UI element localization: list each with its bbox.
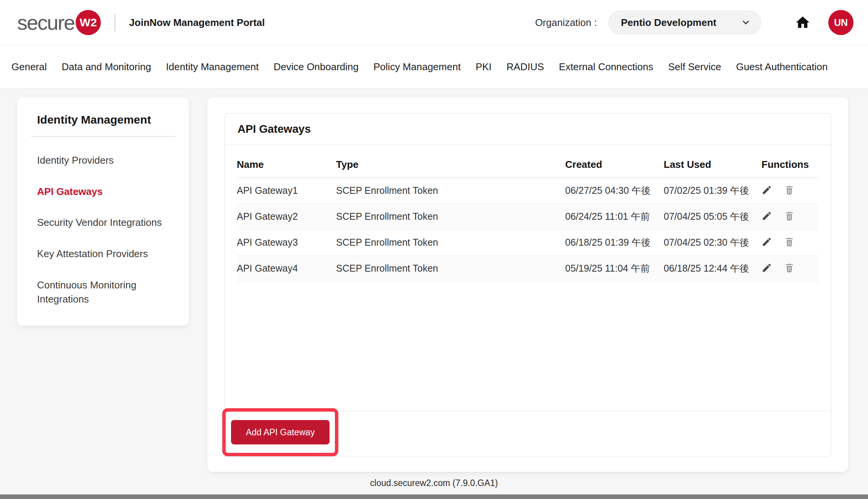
table-row: API Gateway2 SCEP Enrollment Token 06/24… bbox=[237, 204, 819, 230]
cell-functions bbox=[761, 256, 819, 282]
cell-last-used: 07/04/25 05:05 午後 bbox=[664, 204, 761, 230]
cell-functions bbox=[761, 230, 819, 256]
main-nav: General Data and Monitoring Identity Man… bbox=[0, 45, 868, 89]
home-icon[interactable] bbox=[795, 14, 811, 31]
cell-functions bbox=[761, 178, 819, 204]
cell-created: 06/18/25 01:39 午後 bbox=[565, 230, 664, 256]
cell-type: SCEP Enrollment Token bbox=[336, 256, 565, 282]
cell-last-used: 06/18/25 12:44 午後 bbox=[664, 256, 761, 282]
cell-last-used: 07/02/25 01:39 午後 bbox=[664, 178, 761, 204]
table-row: API Gateway1 SCEP Enrollment Token 06/27… bbox=[237, 178, 819, 204]
cell-name: API Gateway4 bbox=[237, 256, 336, 282]
sidebar-item-api-gateways[interactable]: API Gateways bbox=[37, 185, 162, 199]
cell-created: 06/24/25 11:01 午前 bbox=[565, 204, 664, 230]
main-card: API Gateways Name Type Created Last Used… bbox=[207, 97, 848, 472]
cell-functions bbox=[761, 204, 819, 230]
logo-text: secure bbox=[17, 11, 74, 34]
trash-icon bbox=[787, 214, 792, 221]
sidebar-item-identity-providers[interactable]: Identity Providers bbox=[37, 153, 162, 168]
trash-icon bbox=[787, 188, 792, 195]
column-header-functions: Functions bbox=[761, 153, 819, 178]
cell-created: 06/27/25 04:30 午後 bbox=[565, 178, 664, 204]
cell-type: SCEP Enrollment Token bbox=[336, 204, 565, 230]
nav-item-guest-authentication[interactable]: Guest Authentication bbox=[736, 61, 828, 73]
column-header-created: Created bbox=[565, 153, 664, 178]
nav-item-data-and-monitoring[interactable]: Data and Monitoring bbox=[62, 61, 151, 73]
edit-button[interactable] bbox=[761, 211, 772, 222]
site-footer-text: cloud.securew2.com (7.9.0.GA1) bbox=[0, 472, 868, 494]
nav-item-self-service[interactable]: Self Service bbox=[668, 61, 721, 73]
pencil-icon bbox=[763, 186, 771, 194]
nav-item-identity-management[interactable]: Identity Management bbox=[166, 61, 259, 73]
header-right: Organization : Pentio Development UN bbox=[535, 10, 853, 35]
nav-item-pki[interactable]: PKI bbox=[475, 61, 491, 73]
panel-title: API Gateways bbox=[225, 114, 831, 145]
panel-footer: Add API Gateway bbox=[225, 411, 831, 457]
bottom-window-bar bbox=[0, 494, 868, 499]
column-header-type: Type bbox=[336, 153, 565, 178]
column-header-last-used: Last Used bbox=[664, 153, 761, 178]
column-header-name: Name bbox=[237, 153, 336, 178]
top-header: secure W2 JoinNow Management Portal Orga… bbox=[0, 0, 868, 45]
pencil-icon bbox=[763, 238, 771, 246]
logo-badge: W2 bbox=[76, 10, 101, 35]
nav-item-policy-management[interactable]: Policy Management bbox=[373, 61, 461, 73]
organization-selected-value: Pentio Development bbox=[621, 17, 716, 29]
identity-management-sidebar: Identity Management Identity Providers A… bbox=[17, 97, 189, 326]
add-api-gateway-button[interactable]: Add API Gateway bbox=[231, 420, 330, 444]
trash-icon bbox=[787, 240, 792, 246]
edit-button[interactable] bbox=[761, 262, 772, 274]
table-row: API Gateway3 SCEP Enrollment Token 06/18… bbox=[237, 230, 819, 256]
table-header-row: Name Type Created Last Used Functions bbox=[237, 153, 819, 178]
pencil-icon bbox=[763, 264, 771, 272]
header-divider bbox=[115, 14, 115, 31]
sidebar-title: Identity Management bbox=[31, 113, 175, 137]
edit-button[interactable] bbox=[761, 185, 772, 196]
delete-button[interactable] bbox=[784, 211, 795, 222]
nav-item-radius[interactable]: RADIUS bbox=[506, 61, 544, 73]
delete-button[interactable] bbox=[784, 237, 795, 248]
cell-created: 05/19/25 11:04 午前 bbox=[565, 256, 664, 282]
cell-name: API Gateway3 bbox=[237, 230, 336, 256]
chevron-down-icon bbox=[741, 18, 751, 27]
trash-icon bbox=[787, 266, 792, 272]
sidebar-item-key-attestation-providers[interactable]: Key Attestation Providers bbox=[37, 247, 162, 261]
annotation-highlight-box: Add API Gateway bbox=[222, 408, 338, 456]
content-area: Identity Management Identity Providers A… bbox=[0, 89, 868, 472]
sidebar-list: Identity Providers API Gateways Security… bbox=[31, 153, 175, 307]
avatar[interactable]: UN bbox=[828, 10, 853, 35]
portal-title: JoinNow Management Portal bbox=[129, 17, 265, 29]
nav-item-device-onboarding[interactable]: Device Onboarding bbox=[273, 61, 359, 73]
cell-type: SCEP Enrollment Token bbox=[336, 178, 565, 204]
app-root: secure W2 JoinNow Management Portal Orga… bbox=[0, 0, 868, 499]
nav-item-external-connections[interactable]: External Connections bbox=[559, 61, 653, 73]
api-gateways-panel: API Gateways Name Type Created Last Used… bbox=[224, 113, 831, 457]
api-gateways-table: Name Type Created Last Used Functions AP… bbox=[237, 153, 819, 282]
cell-type: SCEP Enrollment Token bbox=[336, 230, 565, 256]
organization-dropdown[interactable]: Pentio Development bbox=[608, 11, 761, 34]
organization-label: Organization : bbox=[535, 17, 597, 29]
table-row: API Gateway4 SCEP Enrollment Token 05/19… bbox=[237, 256, 819, 282]
cell-name: API Gateway1 bbox=[237, 178, 336, 204]
pencil-icon bbox=[763, 212, 771, 220]
nav-item-general[interactable]: General bbox=[11, 61, 47, 73]
sidebar-item-continuous-monitoring-integrations[interactable]: Continuous Monitoring Integrations bbox=[37, 278, 162, 307]
sidebar-item-security-vendor-integrations[interactable]: Security Vendor Integrations bbox=[37, 216, 162, 230]
cell-last-used: 07/04/25 02:30 午後 bbox=[664, 230, 761, 256]
edit-button[interactable] bbox=[761, 237, 772, 248]
delete-button[interactable] bbox=[784, 262, 795, 274]
delete-button[interactable] bbox=[784, 185, 795, 196]
cell-name: API Gateway2 bbox=[237, 204, 336, 230]
securew2-logo[interactable]: secure W2 bbox=[17, 10, 101, 35]
panel-body: Name Type Created Last Used Functions AP… bbox=[225, 145, 831, 411]
